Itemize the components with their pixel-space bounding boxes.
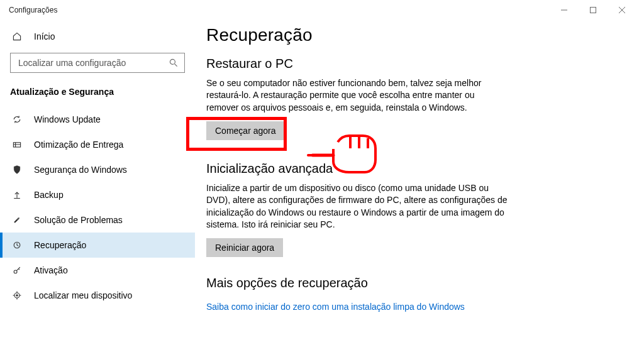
close-button[interactable]	[608, 0, 636, 20]
sidebar-search[interactable]	[10, 53, 185, 73]
sidebar-item-label: Windows Update	[34, 114, 101, 124]
wrench-icon	[11, 214, 23, 226]
sidebar-nav-list: Windows Update Otimização de Entrega Seg…	[0, 107, 195, 308]
window-controls	[550, 0, 636, 20]
svg-rect-0	[591, 8, 596, 13]
shield-icon	[11, 164, 23, 175]
settings-sidebar: Início Atualização e Segurança Windows U…	[0, 20, 195, 340]
sidebar-item-label: Recuperação	[34, 240, 86, 250]
search-icon	[168, 58, 179, 68]
svg-point-1	[170, 59, 175, 64]
sync-icon	[11, 114, 23, 125]
sidebar-item-label: Localizar meu dispositivo	[34, 290, 132, 300]
delivery-icon	[11, 139, 23, 150]
sidebar-item-windows-update[interactable]: Windows Update	[0, 107, 195, 132]
settings-content: Recuperação Restaurar o PC Se o seu comp…	[195, 20, 644, 340]
page-title: Recuperação	[206, 25, 619, 45]
sidebar-item-activation[interactable]: Ativação	[0, 258, 195, 283]
sidebar-item-windows-security[interactable]: Segurança do Windows	[0, 157, 195, 182]
sidebar-item-find-my-device[interactable]: Localizar meu dispositivo	[0, 283, 195, 308]
fresh-start-link[interactable]: Saiba como iniciar do zero com uma insta…	[206, 302, 465, 312]
sidebar-item-label: Backup	[34, 190, 64, 200]
advanced-startup-title: Inicialização avançada	[206, 162, 619, 176]
sidebar-item-backup[interactable]: Backup	[0, 182, 195, 207]
advanced-startup-description: Inicialize a partir de um dispositivo ou…	[206, 182, 508, 231]
sidebar-home[interactable]: Início	[0, 24, 195, 49]
sidebar-item-label: Otimização de Entrega	[34, 140, 123, 150]
reset-pc-description: Se o seu computador não estiver funciona…	[206, 77, 508, 114]
backup-icon	[11, 189, 23, 200]
minimize-button[interactable]	[550, 0, 579, 20]
svg-point-6	[16, 295, 18, 296]
reset-pc-button[interactable]: Começar agora	[206, 121, 285, 140]
sidebar-home-label: Início	[34, 31, 55, 41]
window-titlebar: Configurações	[0, 0, 644, 20]
window-title: Configurações	[9, 6, 57, 14]
reset-pc-title: Restaurar o PC	[206, 57, 619, 71]
sidebar-item-recovery[interactable]: Recuperação	[0, 233, 195, 258]
sidebar-item-troubleshoot[interactable]: Solução de Problemas	[0, 207, 195, 233]
more-recovery-title: Mais opções de recuperação	[206, 276, 619, 290]
sidebar-category-label: Atualização e Segurança	[0, 82, 195, 107]
restart-now-button[interactable]: Reiniciar agora	[206, 238, 283, 257]
sidebar-item-delivery-optimization[interactable]: Otimização de Entrega	[0, 132, 195, 157]
home-icon	[11, 31, 23, 41]
sidebar-item-label: Ativação	[34, 265, 68, 275]
maximize-button[interactable]	[579, 0, 608, 20]
recovery-icon	[11, 239, 23, 251]
locate-icon	[11, 290, 23, 301]
key-icon	[11, 265, 23, 276]
search-input[interactable]	[17, 57, 168, 69]
sidebar-item-label: Solução de Problemas	[34, 215, 123, 225]
sidebar-item-label: Segurança do Windows	[34, 165, 127, 175]
